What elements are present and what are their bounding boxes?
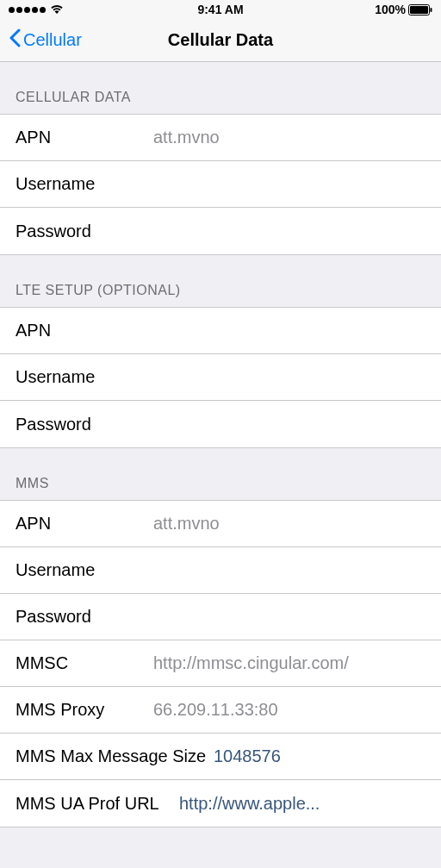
status-right: 100% [375,3,432,16]
username-input[interactable] [153,174,425,194]
section-mms: APN Username Password MMSC MMS Proxy MMS… [0,500,441,827]
mms-proxy-input[interactable] [153,700,425,720]
section-header-mms: MMS [0,448,441,500]
page-title: Cellular Data [168,30,273,50]
svg-rect-2 [431,8,432,12]
status-bar: 9:41 AM 100% [0,0,441,19]
chevron-left-icon [9,28,21,52]
password-input[interactable] [153,607,425,627]
mms-proxy-label: MMS Proxy [16,700,153,720]
row-mms-apn[interactable]: APN [0,501,441,547]
row-mms-password[interactable]: Password [0,594,441,640]
apn-label: APN [16,128,153,147]
password-input[interactable] [153,222,425,241]
apn-input[interactable] [153,321,425,340]
back-button[interactable]: Cellular [0,28,82,52]
mms-ua-prof-input[interactable] [179,794,425,814]
username-label: Username [16,367,153,387]
password-label: Password [16,222,153,241]
mms-ua-prof-label: MMS UA Prof URL [16,794,179,814]
section-cellular-data: APN Username Password [0,114,441,255]
apn-input[interactable] [153,514,425,534]
mmsc-input[interactable] [153,653,425,673]
status-left [9,4,64,15]
row-lte-apn[interactable]: APN [0,308,441,354]
row-lte-username[interactable]: Username [0,354,441,401]
row-mms-max-size[interactable]: MMS Max Message Size [0,734,441,780]
password-label: Password [16,415,153,434]
back-label: Cellular [23,30,82,50]
apn-label: APN [16,321,153,340]
signal-strength-icon [9,7,46,13]
wifi-icon [50,4,64,15]
apn-label: APN [16,514,153,534]
username-label: Username [16,560,153,580]
battery-icon [408,4,432,16]
row-cellular-username[interactable]: Username [0,161,441,208]
row-lte-password[interactable]: Password [0,401,441,447]
navigation-bar: Cellular Cellular Data [0,19,441,62]
battery-percentage: 100% [375,3,406,16]
username-input[interactable] [153,367,425,387]
row-mms-ua-prof[interactable]: MMS UA Prof URL [0,780,441,827]
section-header-lte: LTE SETUP (OPTIONAL) [0,255,441,307]
row-mms-proxy[interactable]: MMS Proxy [0,687,441,734]
mms-max-size-input[interactable] [214,746,425,766]
section-header-cellular-data: CELLULAR DATA [0,62,441,114]
row-mms-username[interactable]: Username [0,547,441,594]
apn-input[interactable] [153,128,425,147]
svg-rect-1 [410,6,428,14]
row-mms-mmsc[interactable]: MMSC [0,640,441,687]
username-input[interactable] [153,560,425,580]
password-input[interactable] [153,415,425,434]
status-time: 9:41 AM [197,3,243,16]
mms-max-size-label: MMS Max Message Size [16,746,214,766]
password-label: Password [16,607,153,627]
mmsc-label: MMSC [16,653,153,673]
row-cellular-password[interactable]: Password [0,208,441,254]
section-lte: APN Username Password [0,307,441,448]
row-cellular-apn[interactable]: APN [0,115,441,161]
username-label: Username [16,174,153,194]
